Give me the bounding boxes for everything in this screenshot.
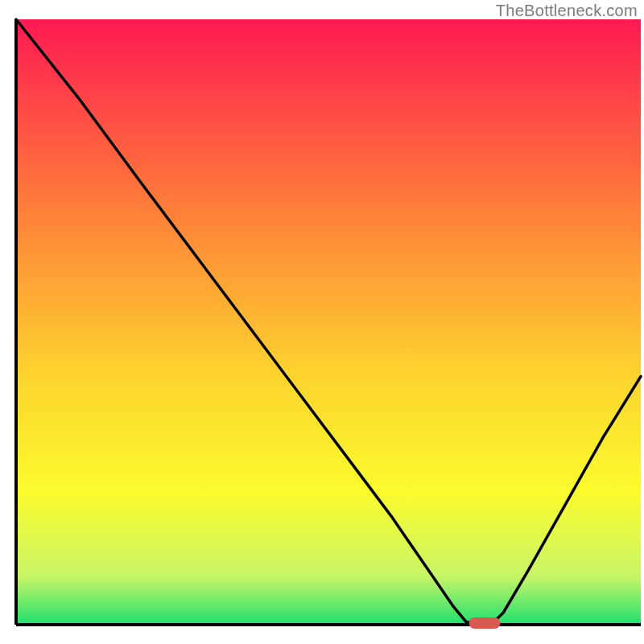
gradient-background [16, 19, 641, 625]
bottleneck-chart [0, 0, 644, 644]
optimum-marker [469, 617, 501, 629]
chart-container: TheBottleneck.com [0, 0, 644, 644]
watermark-text: TheBottleneck.com [496, 2, 638, 20]
